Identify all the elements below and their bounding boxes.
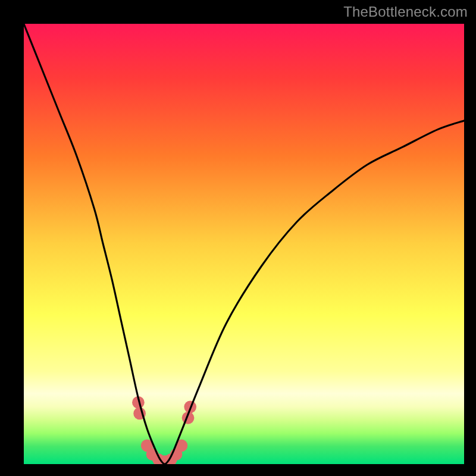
watermark-text: TheBottleneck.com bbox=[343, 4, 468, 20]
plot-area bbox=[24, 24, 464, 464]
bottleneck-curve bbox=[24, 24, 464, 464]
chart-frame: TheBottleneck.com bbox=[0, 0, 476, 476]
curve-layer bbox=[24, 24, 464, 464]
highlight-markers bbox=[132, 396, 196, 464]
